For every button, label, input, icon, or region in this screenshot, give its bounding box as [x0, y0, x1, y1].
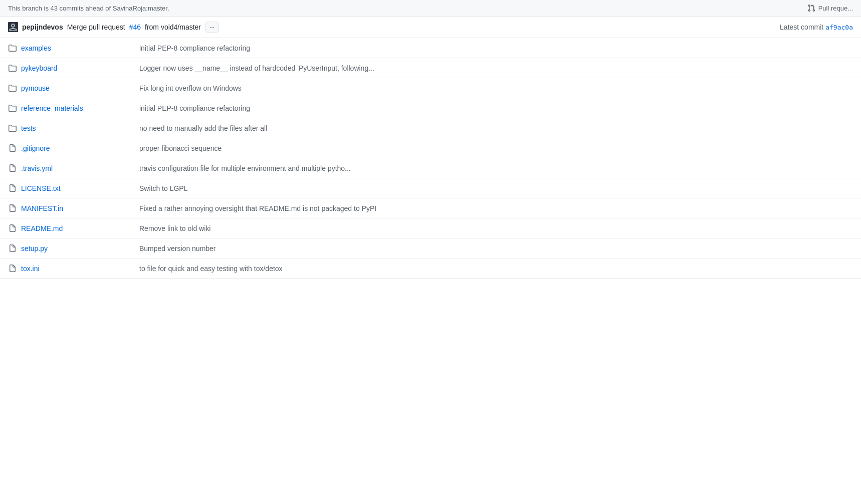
file-row: LICENSE.txtSwitch to LGPL [0, 178, 861, 198]
file-name-link[interactable]: README.md [21, 224, 131, 232]
pull-request-label[interactable]: Pull reque... [818, 5, 853, 12]
file-commit-message: to file for quick and easy testing with … [131, 265, 853, 273]
pull-request-area[interactable]: Pull reque... [807, 4, 853, 12]
latest-commit-area: Latest commit af9ac0a [780, 23, 853, 31]
file-commit-message: Remove link to old wiki [131, 224, 853, 232]
file-commit-message: proper fibonacci sequence [131, 144, 853, 152]
file-name-link[interactable]: examples [21, 44, 131, 52]
file-name-link[interactable]: pymouse [21, 84, 131, 92]
file-icon [8, 204, 17, 213]
latest-commit-label: Latest commit [780, 23, 823, 31]
more-commits-button[interactable]: ··· [205, 22, 219, 33]
folder-icon [8, 44, 17, 53]
commit-author[interactable]: pepijndevos [22, 23, 63, 31]
file-commit-message: Fix long int overflow on Windows [131, 84, 853, 92]
branch-ahead-text: This branch is 43 commits ahead of Savin… [8, 5, 169, 12]
file-commit-message: initial PEP-8 compliance refactoring [131, 44, 853, 52]
file-icon [8, 164, 17, 173]
branch-info-label: This branch is 43 commits ahead of Savin… [8, 5, 169, 12]
file-name-link[interactable]: reference_materials [21, 104, 131, 112]
commit-message-suffix: from void4/master [145, 23, 201, 31]
file-name-link[interactable]: pykeyboard [21, 64, 131, 72]
file-row: .gitignoreproper fibonacci sequence [0, 138, 861, 158]
file-commit-message: Fixed a rather annoying oversight that R… [131, 204, 853, 212]
file-name-link[interactable]: LICENSE.txt [21, 184, 131, 192]
folder-icon [8, 84, 17, 93]
commit-info-left: pepijndevos Merge pull request #46 from … [8, 22, 219, 33]
file-row: .travis.ymltravis configuration file for… [0, 158, 861, 178]
file-icon [8, 224, 17, 233]
file-commit-message: Bumped version number [131, 244, 853, 253]
file-commit-message: initial PEP-8 compliance refactoring [131, 104, 853, 112]
commit-hash-link[interactable]: af9ac0a [825, 24, 853, 31]
file-name-link[interactable]: .gitignore [21, 144, 131, 152]
pr-number-link[interactable]: #46 [129, 23, 141, 31]
file-icon [8, 264, 17, 273]
commit-bar: pepijndevos Merge pull request #46 from … [0, 17, 861, 38]
file-row: testsno need to manually add the files a… [0, 118, 861, 138]
file-row: reference_materialsinitial PEP-8 complia… [0, 98, 861, 118]
file-name-link[interactable]: MANIFEST.in [21, 204, 131, 212]
file-row: tox.inito file for quick and easy testin… [0, 259, 861, 279]
folder-icon [8, 64, 17, 73]
file-icon [8, 184, 17, 193]
file-name-link[interactable]: setup.py [21, 244, 131, 253]
file-list: examplesinitial PEP-8 compliance refacto… [0, 38, 861, 279]
folder-icon [8, 124, 17, 133]
file-row: MANIFEST.inFixed a rather annoying overs… [0, 198, 861, 218]
git-pull-request-icon [807, 4, 815, 12]
avatar [8, 22, 18, 32]
file-commit-message: Switch to LGPL [131, 184, 853, 192]
file-icon [8, 144, 17, 153]
file-name-link[interactable]: .travis.yml [21, 164, 131, 172]
file-row: README.mdRemove link to old wiki [0, 218, 861, 238]
file-commit-message: no need to manually add the files after … [131, 124, 853, 132]
commit-message-prefix: Merge pull request [67, 23, 125, 31]
folder-icon [8, 104, 17, 113]
file-row: examplesinitial PEP-8 compliance refacto… [0, 38, 861, 58]
file-icon [8, 244, 17, 253]
file-row: setup.pyBumped version number [0, 238, 861, 259]
file-row: pymouseFix long int overflow on Windows [0, 78, 861, 98]
file-name-link[interactable]: tests [21, 124, 131, 132]
branch-info-bar: This branch is 43 commits ahead of Savin… [0, 0, 861, 17]
file-commit-message: travis configuration file for multiple e… [131, 164, 853, 172]
file-row: pykeyboardLogger now uses __name__ inste… [0, 58, 861, 78]
file-name-link[interactable]: tox.ini [21, 265, 131, 273]
file-commit-message: Logger now uses __name__ instead of hard… [131, 64, 853, 72]
